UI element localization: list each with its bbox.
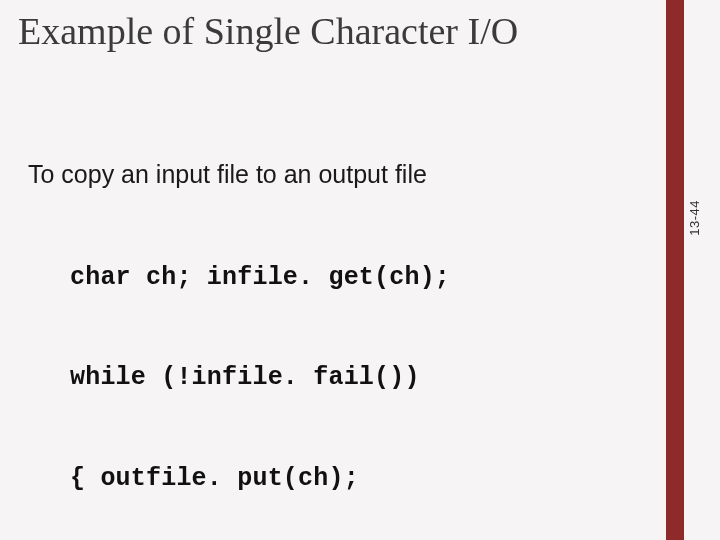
page-number: 13-44: [687, 200, 702, 236]
slide-container: Example of Single Character I/O To copy …: [0, 0, 720, 540]
code-block: char ch; infile. get(ch); while (!infile…: [70, 194, 638, 541]
code-line: { outfile. put(ch);: [70, 462, 638, 496]
slide-title: Example of Single Character I/O: [18, 10, 618, 54]
body-content: To copy an input file to an output file …: [28, 158, 638, 540]
intro-line: To copy an input file to an output file: [28, 158, 638, 192]
code-line: char ch; infile. get(ch);: [70, 261, 638, 295]
accent-bar: [666, 0, 684, 540]
code-line: while (!infile. fail()): [70, 361, 638, 395]
